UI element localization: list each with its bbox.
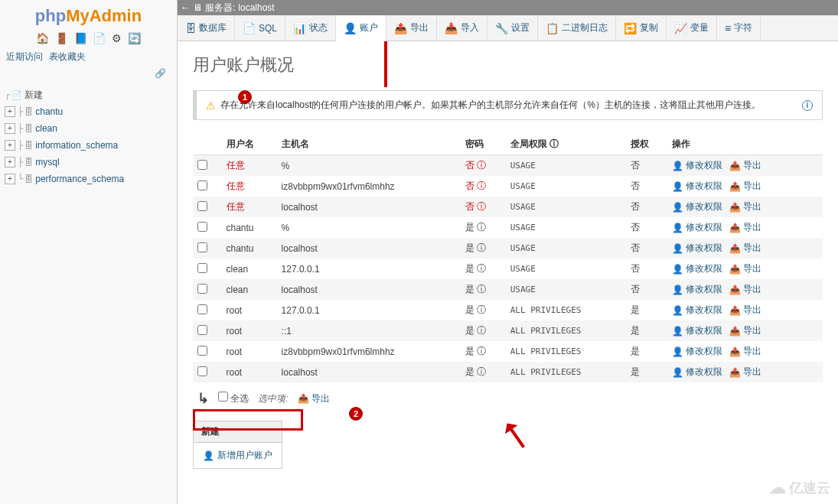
expand-icon[interactable]: + [5,157,15,167]
export-link[interactable]: 📤导出 [729,345,761,358]
tree-db-item[interactable]: +├🗄mysql [5,154,172,171]
tree-new[interactable]: ┌📄新建 [5,86,172,103]
with-selected-label: 选中项: [258,392,288,405]
user-edit-icon: 👤 [672,161,683,171]
info-icon[interactable]: i [802,100,813,111]
menu-tab[interactable]: 📄SQL [235,15,285,41]
bulk-actions: ↳ 全选 选中项: 📤导出 [193,382,823,415]
menu-tab[interactable]: 📋二进制日志 [538,15,616,41]
row-checkbox[interactable] [197,242,207,252]
cell-privileges: USAGE [506,155,626,177]
row-checkbox[interactable] [197,346,207,356]
server-name: localhost [238,2,274,13]
logout-icon[interactable]: 🚪 [55,32,68,44]
cell-actions: 👤修改权限 📤导出 [667,279,823,300]
edit-privileges-link[interactable]: 👤修改权限 [672,180,722,193]
export-link[interactable]: 📤导出 [729,159,761,172]
export-link[interactable]: 📤导出 [729,242,761,255]
tree-db-item[interactable]: +└🗄performance_schema [5,171,172,187]
expand-icon[interactable]: + [5,174,15,184]
table-row: chantu localhost 是 ⓘ USAGE 否 👤修改权限 📤导出 [193,238,823,259]
menu-tab[interactable]: 📤导出 [386,15,437,41]
row-checkbox[interactable] [197,263,207,273]
menu-tab[interactable]: 🗄数据库 [178,15,235,41]
cell-host: % [277,155,461,177]
user-edit-icon: 👤 [672,346,683,357]
expand-icon[interactable]: + [5,106,15,117]
row-checkbox[interactable] [197,180,207,190]
export-link[interactable]: 📤导出 [729,221,761,234]
export-link[interactable]: 📤导出 [729,324,761,337]
export-link[interactable]: 📤导出 [729,180,761,193]
row-checkbox[interactable] [197,304,207,314]
bulk-export[interactable]: 📤导出 [298,392,330,405]
warning-icon: ⓘ [477,346,486,356]
warning-icon: ⓘ [477,325,486,336]
export-link[interactable]: 📤导出 [729,262,761,275]
expand-icon[interactable]: + [5,123,15,134]
export-link[interactable]: 📤导出 [729,366,761,379]
edit-privileges-link[interactable]: 👤修改权限 [672,324,722,337]
cell-host: localhost [277,197,461,217]
th-global: 全局权限 ⓘ [506,134,626,155]
menu-tab[interactable]: 📈变量 [667,15,717,41]
cell-host: 127.0.0.1 [277,300,461,320]
table-row: root 127.0.0.1 是 ⓘ ALL PRIVILEGES 是 👤修改权… [193,300,823,320]
cell-user: root [222,362,277,382]
menu-tab[interactable]: 🔧设置 [487,15,538,41]
tab-recent[interactable]: 近期访问 [6,50,43,63]
menu-tab[interactable]: 📊状态 [285,15,336,41]
export-link[interactable]: 📤导出 [729,304,761,317]
docs-icon[interactable]: 📘 [74,32,87,44]
row-checkbox[interactable] [197,201,207,211]
user-edit-icon: 👤 [672,181,683,192]
row-checkbox[interactable] [197,222,207,232]
sidebar-tabs: 近期访问 表收藏夹 [0,49,177,67]
help-icon[interactable]: ⓘ [549,138,559,149]
cell-privileges: USAGE [506,279,626,300]
menu-tab[interactable]: 📥导入 [437,15,487,41]
row-checkbox[interactable] [197,325,207,335]
row-checkbox[interactable] [197,366,207,376]
select-all-checkbox[interactable] [218,392,228,402]
back-arrow-icon[interactable]: ← [181,2,190,13]
edit-privileges-link[interactable]: 👤修改权限 [672,159,722,172]
edit-privileges-link[interactable]: 👤修改权限 [672,200,722,213]
export-icon: 📤 [729,305,741,316]
menu-tab[interactable]: ≡字符 [717,15,761,41]
tree-db-item[interactable]: +├🗄information_schema [5,137,172,154]
link-icon[interactable]: 🔗 [0,67,177,83]
export-link[interactable]: 📤导出 [729,283,761,296]
query-icon[interactable]: 📄 [93,32,106,44]
edit-privileges-link[interactable]: 👤修改权限 [672,262,722,275]
cell-grant: 是 [626,320,667,341]
edit-privileges-link[interactable]: 👤修改权限 [672,221,722,234]
table-row: 任意 localhost 否 ⓘ USAGE 否 👤修改权限 📤导出 [193,197,823,217]
tree-db-item[interactable]: +├🗄chantu [5,103,172,120]
tab-favorites[interactable]: 表收藏夹 [49,50,86,63]
edit-privileges-link[interactable]: 👤修改权限 [672,345,722,358]
home-icon[interactable]: 🏠 [36,32,49,44]
select-all-label[interactable]: 全选 [218,392,249,405]
row-checkbox[interactable] [197,160,207,170]
edit-privileges-link[interactable]: 👤修改权限 [672,242,722,255]
reload-icon[interactable]: 🔄 [128,32,141,44]
edit-privileges-link[interactable]: 👤修改权限 [672,304,722,317]
edit-privileges-link[interactable]: 👤修改权限 [672,283,722,296]
gear-icon[interactable]: ⚙ [112,32,122,44]
menu-tab[interactable]: 🔁复制 [616,15,667,41]
edit-privileges-link[interactable]: 👤修改权限 [672,366,722,379]
export-link[interactable]: 📤导出 [729,200,761,213]
tree-db-item[interactable]: +├🗄clean [5,120,172,137]
menu-tab[interactable]: 👤账户 [336,15,386,41]
logo-part2: MyAdmin [66,6,142,25]
menu-label: 设置 [511,21,530,34]
menubar: 🗄数据库📄SQL📊状态👤账户📤导出📥导入🔧设置📋二进制日志🔁复制📈变量≡字符 [178,15,838,41]
cell-grant: 否 [626,279,667,300]
cell-grant: 否 [626,155,667,177]
expand-icon[interactable]: + [5,140,15,151]
export-icon: 📤 [729,181,741,192]
export-icon: 📤 [729,202,741,213]
add-user-link[interactable]: 👤 新增用户账户 [203,449,272,462]
row-checkbox[interactable] [197,284,207,294]
